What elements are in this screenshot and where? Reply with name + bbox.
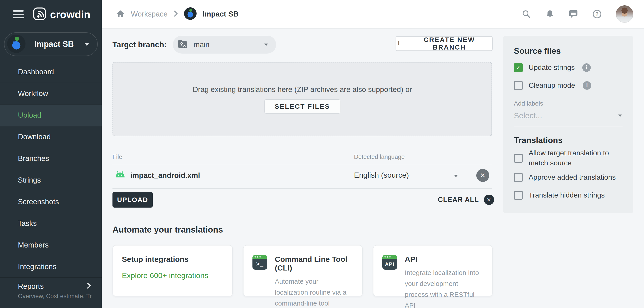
cleanup-mode-option: Cleanup mode i	[514, 80, 624, 90]
checkbox-unchecked[interactable]	[514, 191, 523, 200]
sidebar-item-upload[interactable]: Upload	[0, 104, 102, 126]
crowdin-logo-icon	[33, 7, 46, 22]
hamburger-menu-icon[interactable]	[13, 10, 24, 18]
table-divider	[112, 188, 492, 189]
chevron-right-icon	[86, 282, 92, 291]
add-labels-label: Add labels	[514, 100, 543, 107]
notifications-bell-icon[interactable]	[545, 9, 554, 19]
upload-settings-panel: Source files ✓ Update strings i Cleanup …	[503, 36, 633, 213]
labels-select[interactable]: Select...	[514, 111, 622, 126]
home-icon[interactable]	[116, 9, 125, 19]
project-selector-label: Impact SB	[34, 39, 74, 49]
info-icon[interactable]: i	[583, 81, 591, 90]
labels-select-placeholder: Select...	[514, 111, 542, 120]
branch-select[interactable]: main	[173, 36, 276, 54]
table-header-detected-language: Detected language	[354, 154, 405, 160]
card-title: API	[405, 255, 483, 264]
checkbox-unchecked[interactable]	[514, 154, 523, 163]
sidebar-item-members[interactable]: Members	[0, 234, 102, 256]
breadcrumb-workspace[interactable]: Workspace	[131, 10, 168, 18]
card-title: Setup integrations	[122, 255, 224, 264]
caret-down-icon	[618, 115, 622, 117]
allow-target-match-option: Allow target translation to match source	[514, 148, 624, 168]
automate-heading: Automate your translations	[112, 225, 223, 235]
sidebar-item-reports[interactable]: Reports Overview, Cost estimate, Transl…	[0, 277, 102, 304]
brand-area: crowdin	[0, 0, 102, 28]
messages-icon[interactable]	[568, 9, 578, 19]
source-files-heading: Source files	[514, 46, 561, 56]
branch-select-value: main	[194, 40, 210, 49]
project-selector[interactable]: Impact SB	[4, 32, 98, 56]
sidebar-item-strings[interactable]: Strings	[0, 169, 102, 191]
topbar-actions: ?	[522, 5, 633, 23]
cli-card[interactable]: >_ Command Line Tool (CLI) Automate your…	[243, 245, 363, 297]
sidebar-nav: Dashboard Workflow Upload Download Branc…	[0, 61, 102, 304]
sidebar-item-download[interactable]: Download	[0, 126, 102, 148]
help-icon[interactable]: ?	[592, 9, 602, 19]
caret-down-icon	[84, 43, 89, 46]
close-circle-icon: ✕	[484, 195, 494, 205]
api-icon: API	[382, 255, 397, 270]
checkbox-unchecked[interactable]	[514, 173, 523, 182]
svg-text:?: ?	[596, 11, 599, 17]
sidebar-item-integrations[interactable]: Integrations	[0, 256, 102, 277]
android-file-icon	[115, 170, 126, 179]
checkbox-unchecked[interactable]	[514, 81, 523, 90]
sidebar-item-screenshots[interactable]: Screenshots	[0, 191, 102, 212]
sidebar-item-dashboard[interactable]: Dashboard	[0, 61, 102, 83]
card-description: Integrate localization into your develop…	[405, 267, 483, 308]
file-dropzone[interactable]: Drag existing translations here (ZIP arc…	[112, 62, 492, 136]
info-icon[interactable]: i	[582, 63, 591, 72]
setup-integrations-card[interactable]: Setup integrations Explore 600+ integrat…	[112, 245, 233, 297]
target-branch-label: Target branch:	[112, 40, 166, 49]
project-avatar	[7, 35, 26, 54]
approve-added-option: Approve added translations	[514, 172, 624, 182]
reports-subtext: Overview, Cost estimate, Transl…	[18, 293, 92, 300]
translations-heading: Translations	[514, 136, 562, 145]
update-strings-option: ✓ Update strings i	[514, 62, 624, 73]
create-new-branch-button[interactable]: + CREATE NEW BRANCH	[396, 36, 492, 51]
user-avatar[interactable]	[616, 5, 633, 23]
crowdin-logo[interactable]: crowdin	[33, 7, 90, 22]
terminal-icon: >_	[252, 255, 267, 270]
sidebar-item-tasks[interactable]: Tasks	[0, 212, 102, 234]
translate-hidden-option: Translate hidden strings	[514, 190, 624, 200]
breadcrumb: Workspace Impact SB	[116, 7, 238, 21]
close-icon: ✕	[480, 172, 486, 179]
breadcrumb-project[interactable]: Impact SB	[202, 10, 238, 18]
select-files-button[interactable]: SELECT FILES	[264, 99, 340, 114]
sidebar: crowdin Impact SB Dashboard Workflow Upl…	[0, 0, 102, 308]
crowdin-logo-text: crowdin	[50, 8, 90, 20]
breadcrumb-project-avatar	[184, 7, 196, 21]
detected-language-select[interactable]: English (source)	[354, 171, 409, 179]
table-divider	[112, 164, 492, 164]
dropzone-text: Drag existing translations here (ZIP arc…	[113, 85, 492, 94]
sidebar-item-workflow[interactable]: Workflow	[0, 83, 102, 104]
explore-integrations-link[interactable]: Explore 600+ integrations	[122, 271, 224, 280]
checkbox-checked[interactable]: ✓	[514, 63, 523, 72]
api-card[interactable]: API API Integrate localization into your…	[373, 245, 492, 297]
card-title: Command Line Tool (CLI)	[275, 255, 353, 272]
check-icon: ✓	[516, 64, 521, 71]
caret-down-icon	[264, 43, 268, 46]
card-description: Automate your localization routine via a…	[275, 276, 353, 308]
sidebar-item-branches[interactable]: Branches	[0, 148, 102, 169]
search-icon[interactable]	[522, 9, 531, 19]
file-name: impact_android.xml	[130, 171, 200, 180]
upload-button[interactable]: UPLOAD	[112, 192, 153, 208]
table-header-file: File	[112, 154, 122, 160]
chevron-right-icon	[173, 10, 178, 18]
remove-file-button[interactable]: ✕	[476, 169, 489, 182]
topbar: Workspace Impact SB ?	[102, 0, 644, 28]
target-branch-row: Target branch: main	[112, 36, 276, 54]
branch-folder-icon	[178, 39, 188, 50]
clear-all-button[interactable]: CLEAR ALL ✕	[438, 195, 494, 205]
plus-icon: +	[396, 38, 402, 48]
caret-down-icon[interactable]	[454, 175, 458, 177]
